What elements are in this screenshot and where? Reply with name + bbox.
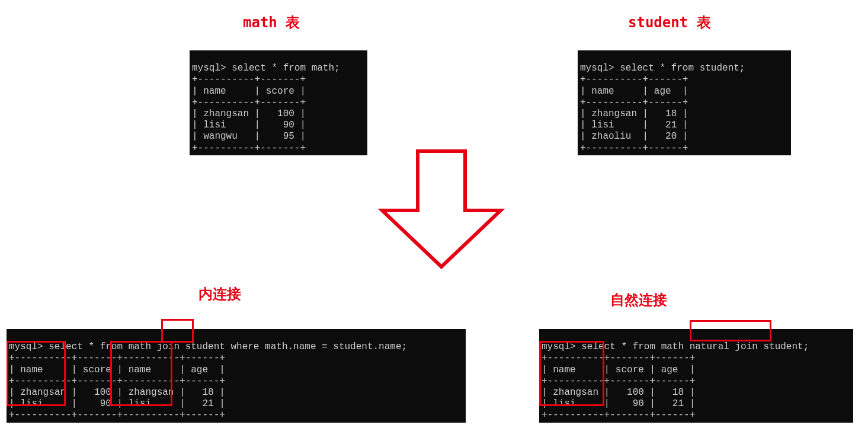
natural-row: | lisi | 90 | 21 | [542,398,695,409]
inner-query: mysql> select * from math join student w… [9,341,407,352]
math-sep-top: +----------+-------+ [192,74,306,85]
inner-header: | name | score | name | age | [9,365,225,375]
natural-join-terminal: mysql> select * from math natural join s… [539,329,853,423]
student-sep-bot: +----------+------+ [580,143,688,154]
math-sep-bot: +----------+-------+ [192,143,306,154]
student-row: | zhaoliu | 20 | [580,131,688,142]
natural-row: | zhangsan | 100 | 18 | [542,387,695,398]
math-query: mysql> select * from math; [192,63,340,74]
math-terminal: mysql> select * from math; +----------+-… [190,50,367,155]
inner-row: | zhangsan | 100 | zhangsan | 18 | [9,387,225,398]
math-title: math 表 [243,13,300,32]
natural-sep-mid: +----------+-------+------+ [542,376,695,386]
student-row: | zhangsan | 18 | [580,108,688,119]
student-terminal: mysql> select * from student; +---------… [578,50,791,155]
student-sep-top: +----------+------+ [580,74,688,85]
student-sep-mid: +----------+------+ [580,97,688,108]
natural-query: mysql> select * from math natural join s… [542,341,809,352]
student-header: | name | age | [580,86,688,97]
natural-sep-bot: +----------+-------+------+ [542,410,695,420]
math-header: | name | score | [192,86,306,97]
inner-sep-top: +----------+-------+----------+------+ [9,353,225,363]
natural-join-title: 自然连接 [610,290,667,309]
student-query: mysql> select * from student; [580,63,745,74]
math-row: | wangwu | 95 | [192,131,306,142]
inner-join-title: 内连接 [198,285,241,304]
student-row: | lisi | 21 | [580,120,688,130]
natural-sep-top: +----------+-------+------+ [542,353,695,363]
inner-sep-bot: +----------+-------+----------+------+ [9,410,225,420]
math-row: | zhangsan | 100 | [192,108,306,119]
svg-marker-0 [382,151,501,267]
math-sep-mid: +----------+-------+ [192,97,306,108]
math-row: | lisi | 90 | [192,120,306,130]
inner-sep-mid: +----------+-------+----------+------+ [9,376,225,386]
student-title: student 表 [628,13,711,32]
down-arrow-icon [373,139,510,276]
natural-header: | name | score | age | [542,365,695,375]
inner-join-terminal: mysql> select * from math join student w… [7,329,466,423]
inner-row: | lisi | 90 | lisi | 21 | [9,398,225,409]
